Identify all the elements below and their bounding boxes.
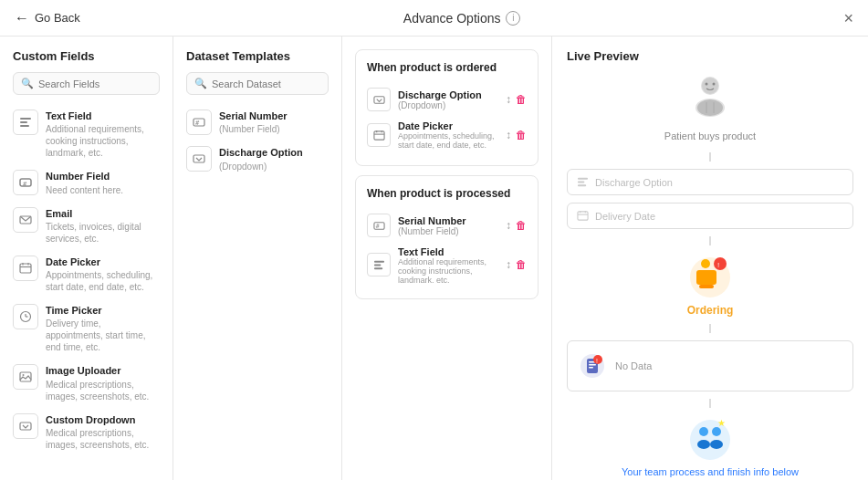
preview-discharge-label: Discharge Option: [595, 177, 673, 188]
sort-icon[interactable]: ↕: [506, 129, 511, 141]
field-desc: Medical prescriptions, images, screensho…: [46, 427, 160, 451]
connector: [709, 399, 711, 408]
field-name: Custom Dropdown: [46, 413, 160, 426]
dataset-search-icon: 🔍: [194, 78, 207, 89]
no-data-box: ! No Data: [567, 340, 853, 391]
delete-icon[interactable]: 🗑: [516, 93, 527, 106]
svg-point-59: [697, 440, 710, 449]
preview-date-icon: [577, 210, 589, 222]
ordered-date-icon: [367, 123, 391, 147]
custom-fields-search-box[interactable]: 🔍: [13, 72, 160, 95]
ordered-item-type: Appointments, scheduling, start date, en…: [398, 131, 498, 150]
dataset-item-type: (Dropdown): [219, 161, 329, 172]
when-processed-section: When product is processed # Serial Numbe…: [355, 175, 539, 299]
svg-rect-28: [373, 267, 382, 269]
no-data-icon: !: [577, 350, 608, 381]
processed-item-name: Text Field: [398, 246, 498, 257]
date-field-icon: [13, 256, 38, 281]
field-item-dropdown[interactable]: Custom Dropdown Medical prescriptions, i…: [13, 408, 160, 456]
ordered-discharge-icon: [367, 88, 391, 111]
processed-item-text: Text Field Additional requirements, cook…: [367, 242, 527, 287]
email-field-icon: [13, 207, 38, 233]
svg-rect-37: [578, 178, 588, 180]
when-processed-title: When product is processed: [367, 187, 527, 200]
image-field-icon: [13, 364, 38, 390]
back-button[interactable]: ← Go Back: [15, 10, 80, 26]
field-item-date[interactable]: Date Picker Appointments, scheduling, st…: [13, 250, 160, 298]
custom-fields-panel: Custom Fields 🔍 Text Field Additional re…: [0, 37, 173, 480]
svg-point-45: [701, 259, 710, 268]
no-data-text: No Data: [615, 360, 652, 371]
delete-icon[interactable]: 🗑: [516, 258, 527, 271]
dataset-templates-panel: Dataset Templates 🔍 # Serial Number (Num…: [173, 37, 342, 480]
time-field-icon: [13, 304, 38, 329]
field-name: Email: [46, 207, 160, 220]
delete-icon[interactable]: 🗑: [516, 129, 527, 141]
dataset-item-discharge[interactable]: Discharge Option (Dropdown): [186, 141, 329, 177]
delete-icon[interactable]: 🗑: [516, 219, 527, 232]
processed-text-icon: [367, 253, 391, 277]
svg-rect-27: [373, 264, 380, 266]
dataset-search-input[interactable]: [212, 78, 320, 89]
processing-icon: ★: [685, 415, 735, 464]
svg-rect-40: [578, 212, 588, 220]
svg-point-31: [702, 78, 718, 94]
svg-point-55: [593, 355, 602, 364]
info-icon[interactable]: i: [506, 11, 520, 26]
live-preview-panel: Live Preview Pat: [552, 37, 868, 480]
preview-date-field: Delivery Date: [567, 203, 853, 229]
when-ordered-section: When product is ordered Discharge Option…: [355, 49, 539, 166]
close-button[interactable]: ×: [843, 10, 853, 26]
field-desc: Appointments, scheduling, start date, en…: [46, 269, 160, 293]
field-item-number[interactable]: # Number Field Need content here.: [13, 164, 160, 201]
workflow-panel: When product is ordered Discharge Option…: [342, 37, 552, 480]
processed-item-serial: # Serial Number (Number Field) ↕ 🗑: [367, 209, 527, 242]
svg-rect-39: [578, 184, 586, 186]
dataset-search-box[interactable]: 🔍: [186, 72, 329, 95]
ordered-item-discharge: Discharge Option (Dropdown) ↕ 🗑: [367, 83, 527, 116]
page-title: Advance Options: [403, 11, 501, 26]
ordering-icon: !: [685, 253, 735, 302]
field-item-email[interactable]: Email Tickets, invoices, digital service…: [13, 202, 160, 250]
live-preview-title: Live Preview: [567, 49, 853, 63]
custom-fields-search-input[interactable]: [38, 78, 152, 89]
when-ordered-title: When product is ordered: [367, 61, 527, 74]
dataset-item-serial[interactable]: # Serial Number (Number Field): [186, 104, 329, 141]
svg-rect-20: [373, 130, 383, 139]
processing-stage: ★ Your team process and finish info belo…: [622, 415, 799, 477]
sort-icon[interactable]: ↕: [506, 258, 511, 271]
sort-icon[interactable]: ↕: [506, 93, 511, 106]
svg-point-58: [699, 427, 708, 436]
field-name: Time Picker: [46, 304, 160, 317]
sort-icon[interactable]: ↕: [506, 219, 511, 232]
field-desc: Need content here.: [46, 184, 160, 196]
svg-text:!: !: [596, 358, 598, 364]
field-item-text[interactable]: Text Field Additional requirements, cook…: [13, 104, 160, 164]
ordered-item-date: Date Picker Appointments, scheduling, st…: [367, 116, 527, 154]
svg-rect-1: [20, 121, 27, 123]
field-item-image[interactable]: Image Uploader Medical prescriptions, im…: [13, 359, 160, 407]
connector: [709, 324, 711, 333]
connector: [709, 152, 711, 162]
field-desc: Medical prescriptions, images, screensho…: [46, 379, 160, 402]
back-arrow-icon: ←: [15, 10, 29, 26]
svg-rect-54: [589, 367, 593, 369]
svg-rect-46: [696, 270, 716, 285]
main-content: Custom Fields 🔍 Text Field Additional re…: [0, 37, 868, 480]
field-item-time[interactable]: Time Picker Delivery time, appointments,…: [13, 298, 160, 359]
field-desc: Delivery time, appointments, start time,…: [46, 318, 160, 353]
text-field-icon: [13, 110, 38, 135]
svg-rect-47: [699, 285, 714, 288]
svg-text:#: #: [23, 181, 27, 188]
connector: [709, 236, 711, 245]
svg-rect-26: [373, 260, 383, 262]
custom-fields-title: Custom Fields: [13, 49, 160, 63]
discharge-icon: [186, 146, 212, 172]
svg-text:!: !: [717, 261, 719, 269]
field-name: Image Uploader: [46, 364, 160, 377]
svg-point-34: [697, 99, 723, 116]
svg-rect-38: [578, 182, 584, 183]
preview-discharge-field: Discharge Option: [567, 169, 853, 195]
ordered-item-name: Discharge Option: [398, 89, 498, 100]
processed-item-name: Serial Number: [398, 215, 498, 226]
